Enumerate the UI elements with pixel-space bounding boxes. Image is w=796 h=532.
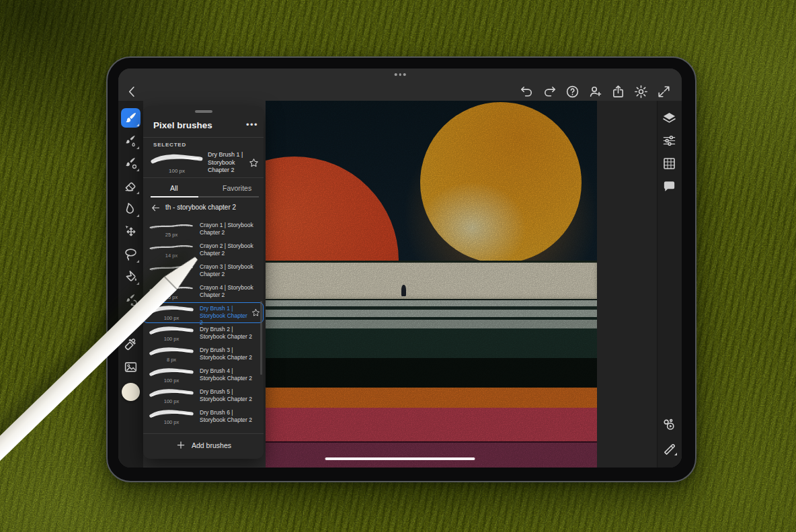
selected-brush-thumbnail: [150, 150, 204, 167]
fill-tool[interactable]: [121, 267, 141, 286]
brush-size: 100 px: [149, 315, 194, 321]
tab-favorites[interactable]: Favorites: [218, 183, 255, 193]
left-toolbar: [118, 101, 143, 468]
panel-title: Pixel brushes: [153, 120, 212, 130]
brush-thumbnail: [149, 242, 194, 252]
favorite-star-icon[interactable]: [251, 308, 261, 318]
brush-size: 8 px: [149, 357, 194, 363]
brush-list-item[interactable]: 25 pxCrayon 1 | Storybook Chapter 2: [143, 219, 264, 240]
multitask-indicator[interactable]: [395, 73, 406, 76]
artwork-canvas[interactable]: [266, 101, 597, 468]
brush-size: 100 px: [149, 398, 194, 404]
divider: [143, 177, 264, 178]
brush-name: Dry Brush 5 | Storybook Chapter 2: [200, 388, 257, 402]
brush-name: Dry Brush 4 | Storybook Chapter 2: [200, 367, 257, 382]
brush-name: Dry Brush 6 | Storybook Chapter 2: [200, 409, 257, 423]
brush-list-item[interactable]: 100 pxDry Brush 6 | Storybook Chapter 2: [143, 406, 264, 427]
layers-icon[interactable]: [661, 110, 678, 127]
settings-button[interactable]: [633, 83, 649, 100]
app-screen: Pixel brushes ••• SELECTED 100 px Dry Br…: [118, 69, 682, 468]
adjustments-icon[interactable]: [661, 132, 678, 149]
lasso-tool[interactable]: [121, 245, 141, 264]
brush-name: Crayon 2 | Storybook Chapter 2: [200, 242, 257, 257]
move-tool[interactable]: [121, 222, 141, 241]
artwork-grain: [266, 101, 597, 468]
brush-list-item[interactable]: 8 pxDry Brush 3 | Storybook Chapter 2: [143, 344, 264, 365]
share-button[interactable]: [610, 83, 627, 100]
brush-tabs: All Favorites: [143, 180, 264, 197]
brush-size: 25 px: [149, 232, 194, 238]
brush-size: 100 px: [149, 336, 194, 342]
help-button[interactable]: [564, 83, 581, 100]
redo-button[interactable]: [541, 83, 558, 100]
add-brushes-button[interactable]: Add brushes: [171, 439, 235, 451]
place-image-tool[interactable]: [121, 357, 141, 377]
brush-list: 25 pxCrayon 1 | Storybook Chapter 214 px…: [143, 219, 264, 427]
tab-underline-track: [151, 196, 259, 197]
fullscreen-button[interactable]: [655, 83, 672, 100]
workspace-area: [597, 101, 658, 468]
undo-button[interactable]: [518, 83, 535, 100]
brush-thumbnail: [149, 221, 194, 231]
brush-thumbnail: [149, 346, 194, 356]
brush-thumbnail: [149, 325, 194, 335]
brush-list-item[interactable]: 100 pxDry Brush 4 | Storybook Chapter 2: [143, 365, 264, 386]
vector-brush-tool[interactable]: [121, 153, 141, 173]
brush-list-item[interactable]: 100 pxDry Brush 2 | Storybook Chapter 2: [143, 323, 264, 344]
eraser-tool[interactable]: [121, 176, 141, 195]
favorite-star-icon[interactable]: [248, 157, 260, 169]
brush-list-item[interactable]: 14 pxCrayon 2 | Storybook Chapter 2: [143, 240, 264, 261]
right-toolbar: [657, 101, 682, 468]
live-brush-tool[interactable]: [121, 131, 141, 150]
invite-button[interactable]: [587, 83, 604, 100]
selected-brush-name: Dry Brush 1 | Storybook Chapter 2: [208, 151, 248, 175]
brush-group-back-row[interactable]: th - storybook chapter 2: [143, 202, 264, 216]
back-button[interactable]: [124, 83, 141, 100]
smudge-tool[interactable]: [121, 199, 141, 218]
tab-active-underline: [151, 196, 198, 197]
panel-more-icon[interactable]: •••: [242, 118, 257, 130]
brush-name: Dry Brush 3 | Storybook Chapter 2: [200, 347, 257, 361]
brush-name: Crayon 1 | Storybook Chapter 2: [200, 222, 257, 236]
brush-list-item[interactable]: 100 pxDry Brush 5 | Storybook Chapter 2: [143, 386, 264, 406]
plus-icon: [175, 440, 186, 450]
selected-brush-size: 100 px: [150, 168, 204, 174]
brush-thumbnail: [149, 367, 194, 377]
stylus-settings-icon[interactable]: [661, 439, 678, 456]
pixel-grid-icon[interactable]: [661, 155, 678, 172]
panel-footer: Add brushes: [143, 433, 264, 459]
selected-label: SELECTED: [153, 142, 186, 148]
brush-size: 100 px: [149, 378, 194, 384]
top-actions: [518, 83, 672, 100]
color-swatch[interactable]: [122, 383, 140, 401]
scene: Pixel brushes ••• SELECTED 100 px Dry Br…: [0, 0, 796, 532]
tab-all[interactable]: All: [166, 183, 182, 193]
brush-name: Dry Brush 2 | Storybook Chapter 2: [200, 326, 257, 340]
pixel-brush-tool[interactable]: [121, 108, 141, 128]
home-indicator[interactable]: [325, 457, 475, 461]
comment-icon[interactable]: [661, 178, 678, 195]
brush-group-label: th - storybook chapter 2: [165, 204, 236, 211]
divider: [143, 137, 264, 138]
brush-name: Crayon 3 | Storybook Chapter 2: [200, 263, 257, 277]
timelapse-icon[interactable]: [661, 416, 678, 433]
brush-size: 100 px: [149, 419, 194, 425]
brush-thumbnail: [149, 408, 194, 418]
brush-name: Crayon 4 | Storybook Chapter 2: [200, 284, 257, 298]
list-scrollbar[interactable]: [260, 301, 262, 375]
brush-list-item-selected[interactable]: 100 pxDry Brush 1 | Storybook Chapter 2: [143, 302, 264, 323]
back-arrow-icon[interactable]: [151, 203, 161, 213]
brush-thumbnail: [149, 388, 194, 398]
panel-drag-handle[interactable]: [195, 110, 212, 113]
